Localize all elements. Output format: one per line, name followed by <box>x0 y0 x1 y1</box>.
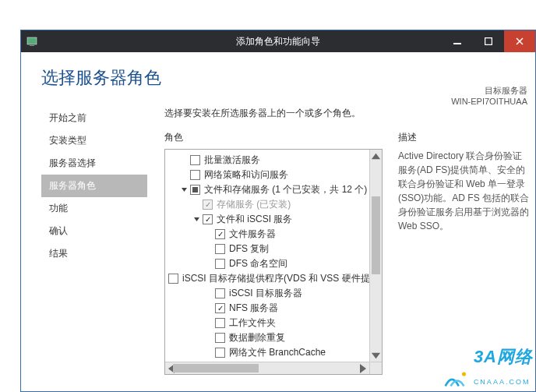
svg-rect-2 <box>453 43 461 44</box>
scroll-right-icon[interactable] <box>357 362 369 374</box>
expander-spacer <box>204 348 213 358</box>
horizontal-scrollbar[interactable] <box>165 362 369 374</box>
checkbox[interactable] <box>190 170 200 180</box>
nav-item-0[interactable]: 开始之前 <box>41 107 147 129</box>
nav-item-5[interactable]: 确认 <box>41 220 147 242</box>
dest-label: 目标服务器 <box>451 85 527 97</box>
checkbox[interactable] <box>203 214 213 224</box>
window-controls <box>442 30 535 52</box>
expander-spacer <box>179 171 189 180</box>
nav-item-3[interactable]: 服务器角色 <box>41 175 147 197</box>
titlebar: 添加角色和功能向导 <box>21 30 535 52</box>
tree-row-label: 文件服务器 <box>229 228 276 241</box>
tree-row-label: 工作文件夹 <box>229 316 276 330</box>
expander-spacer <box>192 200 201 210</box>
vertical-scrollbar[interactable] <box>369 150 382 362</box>
tree-row-label: DFS 复制 <box>229 242 269 256</box>
tree-row[interactable]: 存储服务 (已安装) <box>167 197 368 212</box>
collapse-icon[interactable] <box>192 215 201 224</box>
tree-row-label: 批量激活服务 <box>204 154 260 167</box>
checkbox[interactable] <box>168 274 178 284</box>
tree-row[interactable]: 文件服务器 <box>167 227 368 242</box>
description-header: 描述 <box>398 131 531 144</box>
tree-row[interactable]: 文件和 iSCSI 服务 <box>167 212 368 227</box>
tree-row[interactable]: 网络文件 BranchCache <box>167 345 368 360</box>
tree-row[interactable]: 工作文件夹 <box>167 316 368 330</box>
nav-item-4[interactable]: 功能 <box>41 197 147 220</box>
tree-row-label: 文件和存储服务 (1 个已安装，共 12 个) <box>204 183 367 196</box>
scroll-down-icon[interactable] <box>370 349 382 362</box>
tree-row[interactable]: iSCSI 目标存储提供程序(VDS 和 VSS 硬件提供程序) <box>167 271 368 286</box>
page-title: 选择服务器角色 <box>41 66 515 90</box>
tree-row-label: NFS 服务器 <box>229 302 278 315</box>
scroll-up-icon[interactable] <box>370 150 382 162</box>
tree-row-label: 网络策略和访问服务 <box>204 168 288 182</box>
tree-row[interactable]: 数据删除重复 <box>167 330 368 345</box>
wizard-nav: 开始之前安装类型服务器选择服务器角色功能确认结果 <box>41 107 147 387</box>
tree-row[interactable]: NFS 服务器 <box>167 301 368 316</box>
scroll-corner <box>369 362 382 374</box>
tree-row-label: 存储服务 (已安装) <box>217 198 291 211</box>
instruction-text: 选择要安装在所选服务器上的一个或多个角色。 <box>164 107 535 120</box>
nav-item-6[interactable]: 结果 <box>41 242 147 265</box>
tree-row[interactable]: 文件和存储服务 (1 个已安装，共 12 个) <box>167 182 368 197</box>
tree-row-label: 数据删除重复 <box>229 331 285 344</box>
tree-row[interactable]: 网络策略和访问服务 <box>167 168 368 182</box>
roles-tree: 批量激活服务网络策略和访问服务文件和存储服务 (1 个已安装，共 12 个)存储… <box>164 149 383 375</box>
collapse-icon[interactable] <box>179 185 189 195</box>
checkbox[interactable] <box>215 303 225 313</box>
tree-row-label: 文件和 iSCSI 服务 <box>217 213 292 226</box>
svg-rect-0 <box>27 37 37 44</box>
tree-row-label: DFS 命名空间 <box>229 257 287 270</box>
tree-row[interactable]: DFS 命名空间 <box>167 256 368 271</box>
dest-name: WIN-EPI7OITHUAA <box>451 97 527 106</box>
tree-row-label: iSCSI 目标服务器 <box>229 287 302 300</box>
checkbox[interactable] <box>190 185 200 195</box>
expander-spacer <box>204 289 213 298</box>
checkbox[interactable] <box>215 348 225 358</box>
destination-server: 目标服务器 WIN-EPI7OITHUAA <box>451 85 527 106</box>
svg-rect-1 <box>30 45 34 46</box>
wizard-window: 添加角色和功能向导 选择服务器角色 目标服务器 WIN-EPI7OITHUAA … <box>20 30 536 392</box>
tree-row[interactable]: DFS 复制 <box>167 242 368 256</box>
tree-row[interactable]: iSCSI 目标服务器 <box>167 286 368 301</box>
scroll-thumb[interactable] <box>372 196 380 274</box>
description-text: Active Directory 联合身份验证服务(AD FS)提供简单、安全的… <box>398 149 531 233</box>
checkbox[interactable] <box>215 318 225 328</box>
minimize-button[interactable] <box>442 30 473 52</box>
nav-item-1[interactable]: 安装类型 <box>41 129 147 152</box>
checkbox[interactable] <box>215 229 225 239</box>
expander-spacer <box>204 304 213 313</box>
expander-spacer <box>179 156 189 165</box>
checkbox[interactable] <box>215 333 225 343</box>
expander-spacer <box>204 245 213 254</box>
close-button[interactable] <box>504 30 535 52</box>
expander-spacer <box>204 319 213 328</box>
checkbox[interactable] <box>215 288 225 298</box>
checkbox[interactable] <box>190 155 200 165</box>
expander-spacer <box>204 230 213 239</box>
checkbox[interactable] <box>215 259 225 269</box>
tree-row-label: 网络文件 BranchCache <box>229 346 326 359</box>
expander-spacer <box>204 334 213 343</box>
app-icon <box>26 35 38 48</box>
tree-row[interactable]: 批量激活服务 <box>167 153 368 168</box>
hscroll-thumb[interactable] <box>173 364 259 373</box>
nav-item-2[interactable]: 服务器选择 <box>41 152 147 175</box>
maximize-button[interactable] <box>473 30 504 52</box>
checkbox <box>203 200 213 210</box>
roles-header: 角色 <box>164 131 383 144</box>
tree-row-label: iSCSI 目标存储提供程序(VDS 和 VSS 硬件提供程序) <box>182 272 369 285</box>
checkbox[interactable] <box>215 244 225 254</box>
expander-spacer <box>204 260 213 269</box>
svg-rect-3 <box>485 38 492 45</box>
